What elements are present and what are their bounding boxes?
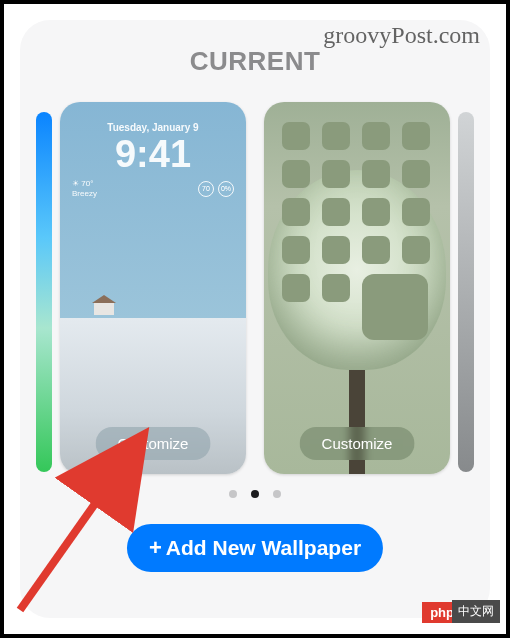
lock-screen-preview[interactable]: Tuesday, January 9 9:41 ☀ 70° Breezy 70 … (60, 102, 246, 474)
app-icon-placeholder (402, 236, 430, 264)
ring-widget-1: 70 (198, 181, 214, 197)
add-wallpaper-label: Add New Wallpaper (166, 536, 361, 560)
app-icon-placeholder (402, 122, 430, 150)
app-icon-placeholder (282, 274, 310, 302)
plus-icon: + (149, 537, 162, 559)
page-dot[interactable] (273, 490, 281, 498)
app-icon-placeholder (362, 198, 390, 226)
add-wallpaper-button[interactable]: + Add New Wallpaper (127, 524, 383, 572)
app-icon-placeholder (322, 236, 350, 264)
app-icon-placeholder (362, 236, 390, 264)
wallpaper-pair: Tuesday, January 9 9:41 ☀ 70° Breezy 70 … (20, 102, 490, 482)
app-icon-placeholder (362, 160, 390, 188)
app-icon-placeholder (322, 122, 350, 150)
watermark-site: groovyPost.com (323, 22, 480, 49)
customize-home-button[interactable]: Customize (300, 427, 415, 460)
wallpaper-settings-panel: CURRENT Tuesday, January 9 9:41 ☀ 70° Br… (20, 20, 490, 618)
weather-widget: ☀ 70° Breezy (72, 179, 97, 198)
app-icon-placeholder (282, 122, 310, 150)
customize-lock-button[interactable]: Customize (96, 427, 211, 460)
page-dot-active[interactable] (251, 490, 259, 498)
watermark-cn-badge: 中文网 (452, 600, 500, 623)
app-icon-placeholder (402, 198, 430, 226)
app-icon-placeholder (362, 122, 390, 150)
app-icon-grid (282, 122, 432, 340)
lock-time: 9:41 (60, 135, 246, 173)
pagination-dots[interactable] (229, 490, 281, 498)
app-icon-placeholder (322, 198, 350, 226)
app-icon-placeholder (282, 160, 310, 188)
page-dot[interactable] (229, 490, 237, 498)
ring-widget-2: 0% (218, 181, 234, 197)
app-icon-placeholder (402, 160, 430, 188)
widget-placeholder (362, 274, 428, 340)
app-icon-placeholder (322, 274, 350, 302)
app-icon-placeholder (282, 236, 310, 264)
home-screen-preview[interactable]: Customize (264, 102, 450, 474)
app-icon-placeholder (282, 198, 310, 226)
lock-date: Tuesday, January 9 (60, 122, 246, 133)
app-icon-placeholder (322, 160, 350, 188)
sun-icon: ☀ (72, 179, 79, 188)
section-title: CURRENT (20, 46, 490, 77)
